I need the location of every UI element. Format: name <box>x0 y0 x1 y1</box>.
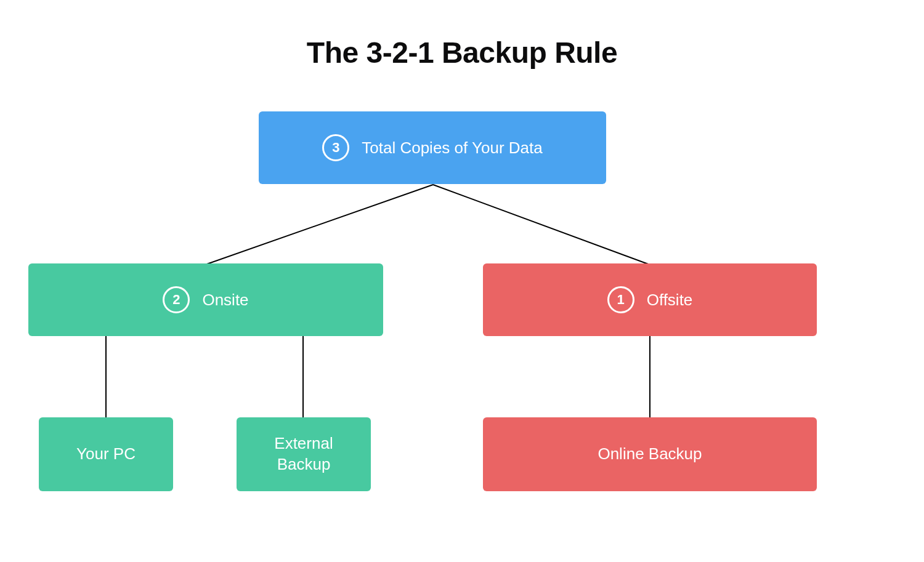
branch-offsite: 1 Offsite <box>483 263 817 336</box>
root-label: Total Copies of Your Data <box>362 138 542 158</box>
branch-offsite-badge: 1 <box>607 286 634 313</box>
root-number: 3 <box>332 140 339 156</box>
branch-onsite-badge: 2 <box>163 286 190 313</box>
branch-offsite-label: Offsite <box>647 291 693 310</box>
branch-offsite-number: 1 <box>617 292 625 308</box>
branch-onsite: 2 Onsite <box>28 263 383 336</box>
leaf-your-pc-label: Your PC <box>76 444 136 465</box>
root-badge: 3 <box>322 134 349 161</box>
leaf-external-backup: External Backup <box>237 417 371 491</box>
branch-onsite-number: 2 <box>172 292 180 308</box>
leaf-online-backup-label: Online Backup <box>598 444 702 465</box>
leaf-your-pc: Your PC <box>39 417 173 491</box>
leaf-external-backup-label: External Backup <box>257 433 350 475</box>
branch-onsite-label: Onsite <box>202 291 248 310</box>
svg-line-1 <box>433 185 650 265</box>
diagram-title: The 3-2-1 Backup Rule <box>0 0 924 70</box>
svg-line-0 <box>205 185 433 265</box>
leaf-online-backup: Online Backup <box>483 417 817 491</box>
root-node: 3 Total Copies of Your Data <box>259 111 606 184</box>
